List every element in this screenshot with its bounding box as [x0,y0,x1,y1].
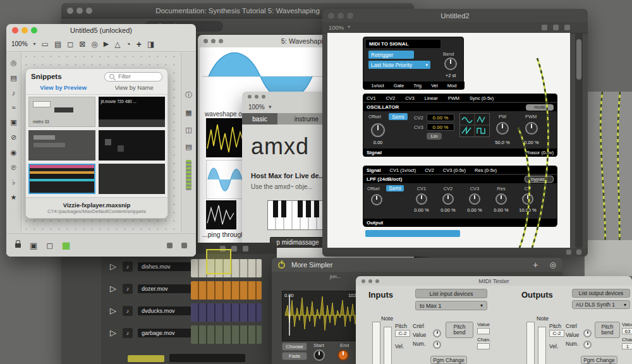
selected-object-bar[interactable] [365,230,460,237]
lin-button[interactable]: Lin [427,133,442,140]
pitch-value-box[interactable]: C-2 [395,330,410,337]
untitled5-titlebar[interactable]: Untitled5 (unlocked) [6,24,196,37]
speaker-icon[interactable]: ♪ [123,306,133,316]
zoom-level[interactable]: 100% [329,24,344,31]
zoom-button[interactable] [375,279,379,283]
message-box-icon[interactable]: ▤ [54,40,61,49]
split-view-icon[interactable]: ◫ [185,126,191,134]
film-strip[interactable] [191,325,262,344]
lpf-dial[interactable] [495,193,507,205]
ctrl-num-dial[interactable] [583,341,592,349]
list-output-devices-button[interactable]: List output devices [572,289,630,298]
grid-icon[interactable] [553,25,559,30]
target-icon[interactable]: ◎ [550,260,556,269]
close-button[interactable] [248,95,252,99]
signal-icon[interactable]: ≈ [11,104,15,111]
playbar-icon[interactable]: ▶ [104,40,109,48]
zoom-level[interactable]: 100% [11,40,28,47]
minimize-button[interactable] [76,8,83,14]
metro-icon[interactable]: ◔ [126,40,131,49]
pgm-change-button[interactable]: Pgm Change [581,356,617,364]
retrigger-dropdown[interactable]: Retrigger [368,51,414,59]
bend-dial[interactable] [444,58,457,70]
semi-button[interactable]: Semi [389,113,408,120]
pb-chan-box[interactable] [477,343,490,349]
ctrl-num-dial[interactable] [433,341,441,349]
play-icon[interactable]: ▷ [110,284,116,293]
pgm-change-button[interactable]: Pgm Change [430,356,467,364]
zoom-in-icon[interactable] [566,250,571,255]
presentation-icon[interactable] [542,25,547,30]
bypass-button[interactable]: bypass [525,176,554,183]
lpf-dial[interactable] [442,193,454,205]
zoom-button[interactable] [86,8,92,14]
pw-dial[interactable] [496,122,509,135]
speaker-icon[interactable]: ♪ [123,262,133,272]
pitch-slider[interactable] [372,322,380,364]
button-icon[interactable]: ◎ [91,40,97,49]
list-input-devices-button[interactable]: List input devices [415,289,487,298]
midi-tester-titlebar[interactable]: MIDI Tester [356,276,632,286]
minimize-button[interactable] [211,39,216,44]
snippet-thumb[interactable] [28,130,95,161]
close-button[interactable] [67,8,73,14]
browser-icon[interactable]: ▤ [10,74,16,82]
inspector-icon[interactable]: ⓘ [185,90,192,100]
cv2-numbox[interactable]: 0.00 % [427,114,454,121]
speaker-icon[interactable]: ◉ [11,149,17,157]
paint-bucket-icon[interactable]: ◨ [147,40,154,49]
more-simpler-titlebar[interactable]: More Simpler + ◎ [272,258,562,272]
speaker-icon[interactable]: ♪ [123,328,133,338]
scrollbar-thumb[interactable] [576,39,581,80]
play-icon[interactable]: ▷ [110,306,116,315]
favorites-icon[interactable]: ★ [11,193,17,202]
subpatcher-object[interactable]: p midimassage [270,237,325,248]
patcher-canvas[interactable]: MIDI TO SIGNAL Bend Retrigger Last Note … [327,33,570,248]
output-device-dropdown[interactable]: AU DLS Synth 1 ▾ [572,300,630,309]
object-stub[interactable] [128,355,164,362]
slider-icon[interactable]: △ [114,40,120,49]
close-button[interactable] [328,13,334,19]
lpf-offset-dial[interactable] [371,194,382,205]
tab-view-by-name[interactable]: View by Name [115,84,154,94]
minimize-button[interactable] [368,279,372,283]
play-icon[interactable]: ▷ [110,328,116,337]
panel-icon[interactable] [564,25,570,30]
ctrl-value-dial[interactable] [583,329,592,337]
audio-icon[interactable]: ♪ [12,89,16,97]
semi-button[interactable]: Semi [386,185,404,191]
snippet-thumb[interactable] [99,164,166,194]
lock-icon[interactable] [15,243,21,248]
minimize-button[interactable] [21,27,28,33]
file-name[interactable]: dishes.mov [138,262,191,271]
pitch-bend-button[interactable]: Pitch bend [446,322,473,338]
note-priority-dropdown[interactable]: Last Note Priority ▾ [368,61,430,69]
pitch-slider[interactable] [526,322,535,364]
speaker-icon[interactable]: ♪ [123,284,133,294]
pb-value-box[interactable]: 63 [622,328,632,334]
zoom-button[interactable] [347,13,353,19]
power-icon[interactable] [278,262,285,269]
offset-dial[interactable] [371,123,385,137]
zoom-button[interactable] [31,27,37,33]
scrollbar-track[interactable] [575,33,583,248]
zoom-level[interactable]: 100% [248,104,265,111]
file-name[interactable]: dvducks.mov [138,306,191,315]
list-view-icon[interactable]: ▤ [185,143,191,151]
lpf-dial[interactable] [469,193,480,205]
cv3-numbox[interactable]: 0.00 % [427,123,454,131]
minimize-button[interactable] [337,13,344,19]
zoom-button[interactable] [262,95,265,99]
beap-icon[interactable]: ♭ [12,178,15,186]
velocity-slider[interactable] [538,327,546,364]
waveform-selector[interactable] [459,113,490,137]
ctrl-value-dial[interactable] [433,329,441,337]
file-name[interactable]: garbage.mov [138,329,191,337]
grid-view-icon[interactable]: ▦ [185,109,191,117]
file-name[interactable]: dozer.mov [138,284,191,293]
object-box-icon[interactable]: ▭ [42,40,49,49]
snippet-thumb[interactable]: jit.movie 720 480 ... [99,97,166,127]
film-strip[interactable] [191,281,262,300]
filter-input[interactable] [117,73,155,80]
patcher-windows-icon[interactable]: ▣ [30,241,37,250]
